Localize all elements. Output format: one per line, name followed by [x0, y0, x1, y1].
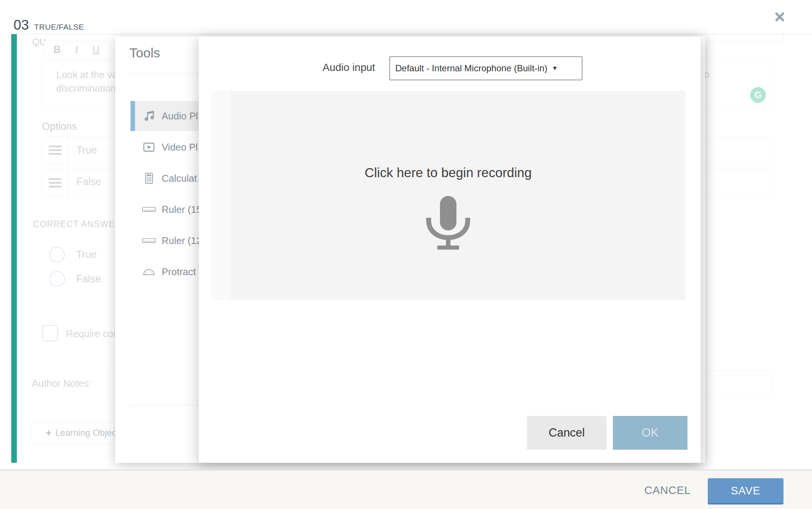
question-text-line: Look at the var: [56, 68, 121, 81]
require-checkbox[interactable]: [42, 325, 58, 341]
calculator-icon: [142, 172, 156, 185]
radio-true[interactable]: [49, 247, 65, 262]
app-canvas: 03 TRUE/FALSE QU B I U A ▾ Look at the v…: [0, 0, 812, 509]
tools-dialog-title: Tools: [129, 45, 160, 60]
question-section-label: QU: [32, 37, 46, 47]
tool-item-label: Ruler (12: [162, 235, 202, 247]
question-text: Look at the var discrimination,: [56, 68, 121, 95]
footer-cancel-button[interactable]: CANCEL: [644, 484, 691, 497]
audio-ok-button[interactable]: OK: [613, 416, 687, 450]
audio-input-select[interactable]: Default - Internal Microphone (Built-in)…: [389, 56, 582, 80]
music-note-icon: [142, 109, 156, 123]
footer-save-button[interactable]: SAVE: [708, 478, 783, 504]
bold-button[interactable]: B: [52, 44, 62, 56]
audio-cancel-button[interactable]: Cancel: [527, 416, 606, 450]
toolbar-divider: [111, 44, 111, 56]
tool-item-label: Video Pl: [162, 142, 198, 153]
correct-answer-label: CORRECT ANSWER: [33, 219, 122, 229]
audio-recorder-dialog: Audio input Default - Internal Microphon…: [199, 36, 701, 463]
author-notes-label: Author Notes:: [32, 378, 92, 389]
question-text-line: discrimination,: [56, 81, 121, 95]
add-learning-objective-button[interactable]: + Learning Objec: [31, 422, 115, 444]
audio-input-selected-value: Default - Internal Microphone (Built-in): [395, 63, 548, 74]
drag-handle[interactable]: [42, 169, 68, 197]
radio-true-label: True: [76, 249, 97, 261]
require-checkbox-label: Require cor: [66, 328, 116, 340]
recording-panel[interactable]: Click here to begin recording: [211, 91, 685, 300]
radio-false-label: False: [76, 273, 101, 285]
selected-indicator-bar: [131, 101, 135, 131]
drag-handle[interactable]: [42, 136, 68, 164]
add-learning-objective-label: Learning Objec: [55, 428, 116, 438]
record-prompt-text: Click here to begin recording: [211, 165, 685, 180]
radio-false[interactable]: [49, 271, 65, 287]
tool-item-label: Calculat: [162, 173, 197, 184]
audio-input-label: Audio input: [323, 62, 375, 74]
options-section-label: Options: [42, 121, 77, 133]
underline-button[interactable]: U: [91, 44, 101, 56]
ruler-icon: [142, 203, 156, 216]
grammarly-icon[interactable]: G: [750, 87, 766, 103]
dropdown-arrow-icon: ▼: [552, 65, 558, 72]
protractor-icon: [142, 265, 156, 279]
video-player-icon: [142, 140, 156, 154]
tool-item-label: Ruler (15: [162, 204, 202, 215]
italic-button[interactable]: I: [72, 44, 81, 56]
microphone-icon: [424, 195, 473, 253]
ruler-icon: [142, 234, 156, 247]
tool-item-label: Audio Pl: [162, 110, 198, 122]
tool-item-label: Protract: [162, 266, 196, 278]
plus-icon: +: [46, 427, 51, 439]
editor-footer: CANCEL SAVE: [0, 470, 812, 509]
